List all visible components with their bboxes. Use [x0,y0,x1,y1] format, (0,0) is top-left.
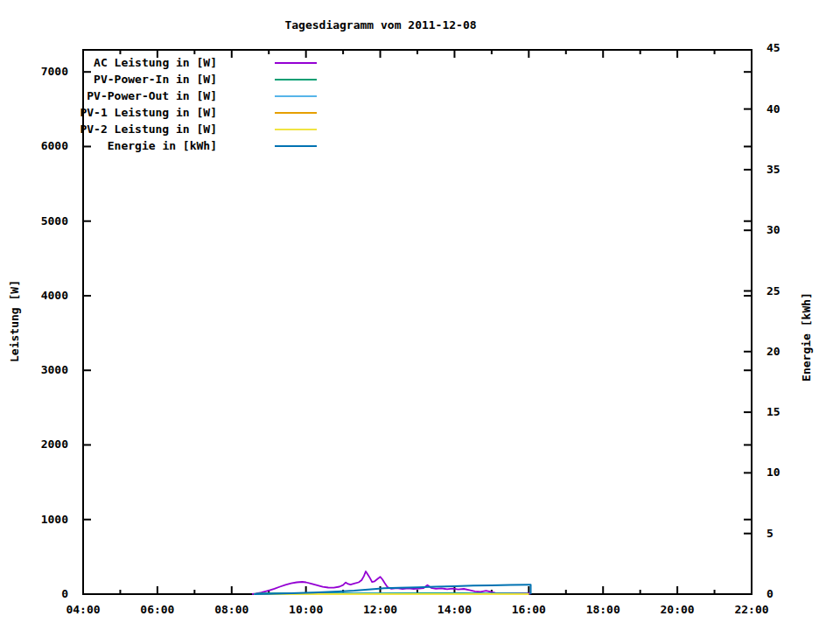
x-tick-label: 06:00 [140,603,174,616]
legend-label: AC Leistung in [W] [94,56,217,69]
legend-label: PV-1 Leistung in [W] [80,106,217,119]
y-left-tick-label: 7000 [41,65,68,78]
x-tick-label: 04:00 [66,603,100,616]
x-tick-label: 16:00 [512,603,546,616]
y-right-tick-label: 15 [766,405,780,418]
y-left-axis-title: Leistung [W] [8,280,21,362]
x-tick-label: 12:00 [363,603,397,616]
y-left-tick-label: 6000 [41,139,68,152]
chart-title: Tagesdiagramm vom 2011-12-08 [284,18,476,32]
y-left-tick-label: 0 [61,587,68,600]
y-left-tick-label: 5000 [41,214,68,228]
y-left-tick-label: 3000 [41,363,68,376]
x-tick-label: 18:00 [586,603,620,616]
y-right-tick-label: 0 [766,587,774,600]
x-tick-label: 22:00 [734,603,768,616]
y-right-tick-label: 5 [766,527,774,540]
y-right-tick-label: 10 [766,466,780,479]
chart-screenshot: Tagesdiagramm vom 2011-12-08 Leistung [W… [0,0,840,630]
series-line-ac-leistung-in-w [252,571,530,594]
x-tick-label: 10:00 [289,603,323,616]
y-right-tick-label: 25 [766,284,780,298]
y-left-tick-label: 4000 [41,289,68,302]
x-tick-label: 14:00 [438,603,472,616]
x-tick-label: 20:00 [661,603,695,616]
chart-canvas: 04:0006:0008:0010:0012:0014:0016:0018:00… [0,0,840,630]
x-tick-label: 08:00 [214,603,248,616]
y-right-axis-title: Energie [kWh] [800,292,813,382]
y-left-tick-label: 2000 [41,438,68,451]
legend-label: PV-Power-In in [W] [94,73,217,86]
y-right-tick-label: 45 [766,41,780,54]
y-right-tick-label: 30 [766,223,780,236]
y-right-tick-label: 20 [766,345,780,358]
y-right-tick-label: 40 [766,102,780,116]
y-left-tick-label: 1000 [41,513,68,526]
legend-label: Energie in [kWh] [108,139,217,152]
y-right-tick-label: 35 [766,163,780,176]
legend-label: PV-Power-Out in [W] [87,89,217,102]
legend-label: PV-2 Leistung in [W] [80,122,217,136]
